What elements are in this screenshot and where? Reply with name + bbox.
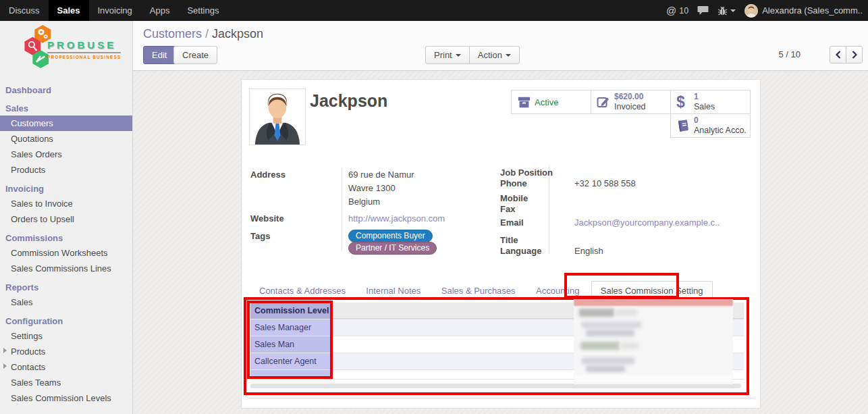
sidebar-item-reports-sales[interactable]: Sales xyxy=(0,294,132,310)
menu-settings[interactable]: Settings xyxy=(178,0,227,21)
notebook-tabs: Contacts & Addresses Internal Notes Sale… xyxy=(250,280,744,299)
pager-next-button[interactable] xyxy=(846,46,863,63)
menu-apps[interactable]: Apps xyxy=(141,0,179,21)
tab-sales-commission-setting[interactable]: Sales Commission Setting xyxy=(591,281,713,301)
sidebar-item-sales-orders[interactable]: Sales Orders xyxy=(0,147,132,162)
email-link[interactable]: Jackpson@yourcompany.example.c.. xyxy=(574,217,720,228)
commission-level-cell[interactable]: Sales Man xyxy=(250,336,333,353)
sheet-divider xyxy=(248,398,754,398)
sidebar-item-sales-commission-levels[interactable]: Sales Commission Levels xyxy=(0,390,132,406)
tag-pill: Components Buyer xyxy=(348,230,433,242)
print-dropdown-button[interactable]: Print xyxy=(425,46,470,64)
tags-label: Tags xyxy=(250,231,270,241)
invoiced-stat-button[interactable]: $620.00 Invoiced xyxy=(591,90,671,114)
user-menu[interactable]: Alexandra (Sales_comm.. xyxy=(744,4,863,18)
phone-value[interactable]: +32 10 588 558 xyxy=(574,178,636,188)
pager-previous-button[interactable] xyxy=(830,46,846,63)
top-navbar: Discuss Sales Invoicing Apps Settings @ … xyxy=(0,0,868,21)
chevron-right-icon xyxy=(852,51,857,59)
sales-stat-button[interactable]: $ 1 Sales xyxy=(670,90,751,114)
caret-down-icon xyxy=(456,54,461,57)
sidebar-item-settings[interactable]: Settings xyxy=(0,328,132,344)
commission-level-cell[interactable]: Sales Manager xyxy=(250,319,333,336)
tag-partner-it-services[interactable]: Partner / IT Services xyxy=(348,242,437,255)
tab-sales-purchases[interactable]: Sales & Purchases xyxy=(433,282,524,301)
sidebar-item-customers[interactable]: Customers xyxy=(0,115,132,131)
expand-caret-icon[interactable] xyxy=(3,363,7,369)
sidebar-item-products[interactable]: Products xyxy=(0,162,132,178)
debug-caret-icon xyxy=(730,9,736,12)
analytic-count: 0 xyxy=(694,116,747,126)
menu-sales[interactable]: Sales xyxy=(49,0,89,21)
sidebar-header-reports[interactable]: Reports xyxy=(0,276,132,294)
address-line-2[interactable]: Wavre 1300 xyxy=(348,183,396,193)
address-line-3[interactable]: Belgium xyxy=(348,197,380,207)
analytic-accounts-stat-button[interactable]: 0 Analytic Acco... xyxy=(670,113,751,138)
stat-buttons: Active $620.00 Invoiced $ xyxy=(511,90,751,138)
tag-components-buyer[interactable]: Components Buyer xyxy=(348,230,433,242)
sales-label: Sales xyxy=(694,102,715,111)
language-label: Language xyxy=(500,246,541,256)
breadcrumb: Customers/Jackpson xyxy=(143,27,263,41)
user-name: Alexandra (Sales_comm.. xyxy=(762,5,863,16)
create-button[interactable]: Create xyxy=(173,46,217,64)
tab-accounting[interactable]: Accounting xyxy=(527,282,588,301)
table-row[interactable]: Sales Manager xyxy=(250,319,744,336)
mention-count: 10 xyxy=(679,6,688,16)
control-panel: Customers/Jackpson Edit Create Print Act… xyxy=(133,21,868,71)
sidebar-item-config-products[interactable]: Products xyxy=(0,344,132,359)
user-avatar xyxy=(744,4,758,18)
email-label: Email xyxy=(500,217,524,228)
sidebar-header-dashboard[interactable]: Dashboard xyxy=(0,79,132,97)
active-stat-button[interactable]: Active xyxy=(511,90,591,114)
messages-icon[interactable] xyxy=(697,5,709,16)
commission-level-column-header[interactable]: Commission Level xyxy=(250,303,333,319)
sidebar-header-sales[interactable]: Sales xyxy=(0,97,132,115)
sidebar-nav: Dashboard Sales Customers Quotations Sal… xyxy=(0,78,132,406)
customer-form-sheet: Jackpson Active xyxy=(241,79,761,409)
sidebar-header-invoicing[interactable]: Invoicing xyxy=(0,178,132,196)
sidebar-item-label: Contacts xyxy=(11,362,45,372)
menu-invoicing[interactable]: Invoicing xyxy=(89,0,141,21)
job-position-label: Job Position xyxy=(500,167,553,178)
tab-contacts-addresses[interactable]: Contacts & Addresses xyxy=(250,282,354,301)
tab-internal-notes[interactable]: Internal Notes xyxy=(357,282,429,301)
horizontal-scrollbar[interactable] xyxy=(250,384,741,388)
table-row[interactable]: Sales Man xyxy=(250,336,744,353)
sidebar-item-sales-commissions-lines[interactable]: Sales Commissions Lines xyxy=(0,261,132,276)
sidebar-item-commission-worksheets[interactable]: Commission Worksheets xyxy=(0,245,132,261)
sidebar-header-configuration[interactable]: Configuration xyxy=(0,310,132,328)
table-empty-row[interactable] xyxy=(250,370,744,380)
language-value[interactable]: English xyxy=(574,246,603,256)
edit-button[interactable]: Edit xyxy=(143,46,175,64)
debug-mode-icon[interactable] xyxy=(717,5,736,16)
sidebar-item-config-contacts[interactable]: Contacts xyxy=(0,359,132,375)
mention-counter[interactable]: @ 10 xyxy=(666,5,688,16)
sidebar-item-orders-to-upsell[interactable]: Orders to Upsell xyxy=(0,211,132,227)
customer-photo[interactable] xyxy=(249,88,306,145)
main-area: Customers/Jackpson Edit Create Print Act… xyxy=(133,21,868,414)
action-dropdown-button[interactable]: Action xyxy=(469,46,520,64)
table-row[interactable]: Callcenter Agent xyxy=(250,353,744,370)
sidebar: PROBUSE PROFESSIONAL BUSINESS Dashboard … xyxy=(0,21,133,414)
customer-name-title: Jackpson xyxy=(310,91,387,111)
active-stat-label: Active xyxy=(535,97,558,107)
invoiced-amount: $620.00 xyxy=(614,93,646,102)
sidebar-item-quotations[interactable]: Quotations xyxy=(0,131,132,147)
commission-level-cell[interactable]: Callcenter Agent xyxy=(250,353,333,369)
sidebar-item-sales-teams[interactable]: Sales Teams xyxy=(0,375,132,390)
expand-caret-icon[interactable] xyxy=(3,348,7,353)
website-link[interactable]: http://www.jackpson.com xyxy=(348,213,445,224)
sales-count: 1 xyxy=(694,93,715,102)
sidebar-header-commissions[interactable]: Commissions xyxy=(0,227,132,245)
sidebar-item-sales-to-invoice[interactable]: Sales to Invoice xyxy=(0,196,132,211)
app-window: Discuss Sales Invoicing Apps Settings @ … xyxy=(0,0,868,414)
dollar-icon: $ xyxy=(676,93,694,111)
systray: @ 10 xyxy=(666,0,868,21)
breadcrumb-customers-link[interactable]: Customers xyxy=(143,27,202,41)
address-line-1[interactable]: 69 rue de Namur xyxy=(348,170,414,180)
censored-column-header xyxy=(333,303,744,319)
action-dropdown-group: Print Action xyxy=(425,46,520,64)
breadcrumb-separator: / xyxy=(202,27,212,41)
menu-discuss[interactable]: Discuss xyxy=(0,0,49,21)
